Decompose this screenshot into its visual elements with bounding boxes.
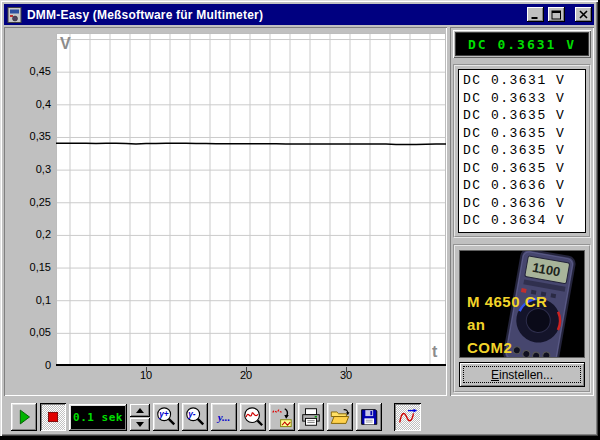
stop-measure-button[interactable] [40, 403, 66, 431]
printer-icon [300, 406, 322, 428]
interval-display: 0.1 sek [71, 406, 125, 429]
measurement-row: DC 0.3636 V [463, 177, 585, 195]
sine-wave-arrow-icon [397, 406, 419, 428]
chart-canvas [56, 33, 446, 366]
zoom-out-y-button[interactable]: y- [182, 403, 208, 431]
magnifier-zoom-out-icon: y- [184, 406, 206, 428]
curve-to-chart-icon [271, 406, 293, 428]
y-tick-label: 0,45 [4, 65, 51, 77]
toolbar: 0.1 sek y+ y- y... [3, 397, 595, 433]
window-title: DMM-Easy (Meßsoftware für Multimeter) [27, 8, 523, 22]
x-axis-unit-label: t [432, 343, 437, 361]
y-tick-label: 0,35 [4, 130, 51, 142]
y-tick-label: 0,3 [4, 163, 51, 175]
device-model-label: M 4650 CR [467, 293, 547, 310]
title-bar[interactable]: DMM-Easy (Meßsoftware für Multimeter) [4, 4, 594, 25]
svg-text:y+: y+ [158, 410, 169, 419]
curve-mode-toggle[interactable] [394, 403, 421, 431]
einstellen-label: instellen... [499, 368, 553, 382]
magnifier-curve-icon [242, 406, 264, 428]
device-conjunction-label: an [467, 316, 486, 333]
floppy-disk-icon [358, 406, 380, 428]
measurement-row: DC 0.3636 V [463, 195, 585, 213]
measurement-row: DC 0.3631 V [463, 72, 585, 90]
interval-down-button[interactable] [130, 418, 150, 431]
x-tick-mark [146, 367, 147, 372]
interval-display-frame: 0.1 sek [69, 404, 127, 431]
zoom-in-y-button[interactable]: y+ [153, 403, 179, 431]
chart-panel: V t 0,450,40,350,30,250,20,150,10,050 10… [4, 27, 447, 396]
measurement-listbox[interactable]: DC 0.3631 VDC 0.3633 VDC 0.3635 VDC 0.36… [458, 69, 586, 233]
svg-text:y-: y- [187, 410, 196, 419]
einstellen-button[interactable]: Einstellen... [459, 362, 585, 387]
y-scale-options-button[interactable]: y... [211, 403, 237, 431]
digital-display-frame: DC 0.3631 V [453, 30, 591, 58]
measurement-row: DC 0.3635 V [463, 125, 585, 143]
magnifier-zoom-in-icon: y+ [155, 406, 177, 428]
measurement-row: DC 0.3634 V [463, 212, 585, 230]
device-panel: M 4650 CR an COM2 1100 [453, 244, 591, 393]
zoom-curve-button[interactable] [240, 403, 266, 431]
device-port-label: COM2 [467, 339, 512, 356]
measurement-row: DC 0.3635 V [463, 142, 585, 160]
readout-panel: DC 0.3631 V DC 0.3631 VDC 0.3633 VDC 0.3… [450, 27, 594, 396]
y-tick-label: 0,25 [4, 196, 51, 208]
maximize-button[interactable] [548, 7, 565, 22]
y-axis-unit-label: V [60, 35, 71, 53]
measurement-row: DC 0.3635 V [463, 160, 585, 178]
open-folder-icon [329, 406, 351, 428]
app-icon[interactable] [7, 7, 23, 23]
y-tick-label: 0,05 [4, 326, 51, 338]
digital-display: DC 0.3631 V [455, 32, 589, 56]
interval-spinner [130, 404, 150, 431]
einstellen-label-hotkey: E [491, 368, 499, 382]
save-button[interactable] [356, 403, 382, 431]
y-tick-label: 0,4 [4, 98, 51, 110]
y-tick-label: 0,1 [4, 294, 51, 306]
close-button[interactable] [575, 7, 592, 22]
copy-curve-button[interactable] [269, 403, 295, 431]
measurement-row: DC 0.3635 V [463, 107, 585, 125]
chart-plot [56, 33, 446, 366]
start-measure-button[interactable] [11, 403, 37, 431]
y-tick-label: 0 [4, 359, 51, 371]
down-arrow-icon [136, 422, 144, 427]
print-button[interactable] [298, 403, 324, 431]
close-icon [578, 10, 589, 20]
device-image: M 4650 CR an COM2 1100 [459, 250, 585, 358]
x-tick-mark [346, 367, 347, 372]
measurement-row: DC 0.3633 V [463, 90, 585, 108]
play-icon [13, 406, 35, 428]
y-tick-label: 0,2 [4, 228, 51, 240]
interval-up-button[interactable] [130, 404, 150, 417]
x-tick-mark [246, 367, 247, 372]
minimize-button[interactable] [527, 7, 544, 22]
app-window: DMM-Easy (Meßsoftware für Multimeter) V … [0, 0, 600, 440]
y-options-label: y... [218, 411, 231, 423]
up-arrow-icon [136, 408, 144, 413]
minimize-icon [532, 17, 538, 19]
stop-icon [42, 406, 64, 428]
y-tick-label: 0,15 [4, 261, 51, 273]
measurement-list-frame: DC 0.3631 VDC 0.3633 VDC 0.3635 VDC 0.36… [453, 64, 591, 238]
open-file-button[interactable] [327, 403, 353, 431]
